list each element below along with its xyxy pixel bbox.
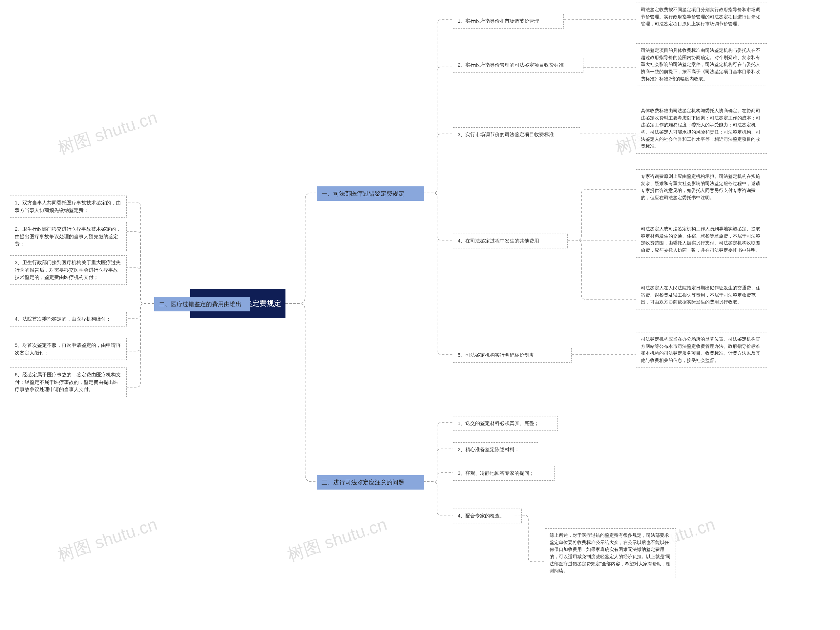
branch2-item-4[interactable]: 4、法院首次委托鉴定的，由医疗机构缴付； xyxy=(10,312,127,327)
label: 3、实行市场调节价的司法鉴定项目收费标准 xyxy=(458,131,554,137)
branch1-sub-3-detail[interactable]: 具体收费标准由司法鉴定机构与委托人协商确定。在协商司法鉴定收费时主要考虑以下因素… xyxy=(636,104,767,153)
text: 3、客观、冷静地回答专家的提问； xyxy=(458,470,534,476)
text: 5、对首次鉴定不服，再次申请鉴定的，由申请再次鉴定人缴付； xyxy=(15,342,121,355)
text: 4、配合专家的检查。 xyxy=(458,513,505,518)
text: 司法鉴定人在人民法院指定日期出庭作证发生的交通费、住宿费、误餐费及误工损失等费用… xyxy=(641,285,760,305)
watermark: 树图 shutu.cn xyxy=(284,513,390,567)
text: 1、送交的鉴定材料必须真实、完整； xyxy=(458,420,539,426)
branch2-item-5[interactable]: 5、对首次鉴定不服，再次申请鉴定的，由申请再次鉴定人缴付； xyxy=(10,338,127,360)
label: 4、在司法鉴定过程中发生的其他费用 xyxy=(458,238,539,243)
branch1-sub-5[interactable]: 5、司法鉴定机构实行明码标价制度 xyxy=(453,348,572,363)
branch3-item-4[interactable]: 4、配合专家的检查。 xyxy=(453,508,522,523)
label: 1、实行政府指导价和市场调节价管理 xyxy=(458,18,539,24)
text: 专家咨询费原则上应由鉴定机构承担。司法鉴定机构在实施复杂、疑难和有重大社会影响的… xyxy=(641,174,760,200)
branch1-sub-1[interactable]: 1、实行政府指导价和市场调节价管理 xyxy=(453,14,564,28)
label: 2、实行政府指导价管理的司法鉴定项目收费标准 xyxy=(458,62,564,68)
branch-1-title: 一、司法部医疗过错鉴定费规定 xyxy=(322,189,404,197)
text: 综上所述，对于医疗过错的鉴定费有很多规定，司法部要求鉴定单位要将收费标准公示给大… xyxy=(549,532,671,573)
branch1-sub-2[interactable]: 2、实行政府指导价管理的司法鉴定项目收费标准 xyxy=(453,58,583,73)
text: 司法鉴定收费按不同鉴定项目分别实行政府指导价和市场调节价管理。实行政府指导价管理… xyxy=(641,7,760,26)
branch1-sub-4-detail-b[interactable]: 司法鉴定人或司法鉴定机构工作人员到异地实施鉴定、提取鉴定材料发生的交通、住宿、就… xyxy=(636,222,767,257)
branch-3[interactable]: 三、进行司法鉴定应注意的问题 xyxy=(317,475,424,489)
text: 1、双方当事人共同委托医疗事故技术鉴定的，由双方当事人协商预先缴纳鉴定费； xyxy=(15,200,121,213)
text: 4、法院首次委托鉴定的，由医疗机构缴付； xyxy=(15,316,111,322)
watermark: 树图 shutu.cn xyxy=(55,106,160,160)
text: 具体收费标准由司法鉴定机构与委托人协商确定。在协商司法鉴定收费时主要考虑以下因素… xyxy=(641,108,760,148)
text: 司法鉴定项目的具体收费标准由司法鉴定机构与委托人在不超过政府指导价的范围内协商确… xyxy=(641,47,760,81)
branch1-sub-3[interactable]: 3、实行市场调节价的司法鉴定项目收费标准 xyxy=(453,127,580,142)
branch2-item-1[interactable]: 1、双方当事人共同委托医疗事故技术鉴定的，由双方当事人协商预先缴纳鉴定费； xyxy=(10,196,127,218)
branch1-sub-4[interactable]: 4、在司法鉴定过程中发生的其他费用 xyxy=(453,234,568,248)
branch1-sub-4-detail-c[interactable]: 司法鉴定人在人民法院指定日期出庭作证发生的交通费、住宿费、误餐费及误工损失等费用… xyxy=(636,281,767,309)
branch-2-title: 二、医疗过错鉴定的费用由谁出 xyxy=(159,300,242,308)
branch3-item-3[interactable]: 3、客观、冷静地回答专家的提问； xyxy=(453,466,554,481)
branch-3-title: 三、进行司法鉴定应注意的问题 xyxy=(322,478,404,486)
text: 司法鉴定机构应当在办公场所的显著位置、司法鉴定机构官方网站等公布本市司法鉴定收费… xyxy=(641,336,760,363)
branch2-item-2[interactable]: 2、卫生行政部门移交进行医疗事故技术鉴定的，由提出医疗事故争议处理的当事人预先缴… xyxy=(10,222,127,251)
mindmap-canvas: 树图 shutu.cn 树图 shutu.cn 树图 shutu.cn 树图 s… xyxy=(0,0,840,630)
text: 2、精心准备鉴定陈述材料； xyxy=(458,447,519,452)
text: 6、经鉴定属于医疗事故的，鉴定费由医疗机构支付；经鉴定不属于医疗事故的，鉴定费由… xyxy=(15,372,121,392)
branch3-item-2[interactable]: 2、精心准备鉴定陈述材料； xyxy=(453,442,538,457)
branch1-sub-4-detail-a[interactable]: 专家咨询费原则上应由鉴定机构承担。司法鉴定机构在实施复杂、疑难和有重大社会影响的… xyxy=(636,169,767,205)
branch-1[interactable]: 一、司法部医疗过错鉴定费规定 xyxy=(317,186,424,201)
branch1-sub-1-detail[interactable]: 司法鉴定收费按不同鉴定项目分别实行政府指导价和市场调节价管理。实行政府指导价管理… xyxy=(636,3,767,31)
text: 司法鉴定人或司法鉴定机构工作人员到异地实施鉴定、提取鉴定材料发生的交通、住宿、就… xyxy=(641,226,760,253)
text: 2、卫生行政部门移交进行医疗事故技术鉴定的，由提出医疗事故争议处理的当事人预先缴… xyxy=(15,226,121,246)
branch2-item-6[interactable]: 6、经鉴定属于医疗事故的，鉴定费由医疗机构支付；经鉴定不属于医疗事故的，鉴定费由… xyxy=(10,368,127,397)
branch2-item-3[interactable]: 3、卫生行政部门接到医疗机构关于重大医疗过失行为的报告后，对需要移交医学会进行医… xyxy=(10,255,127,285)
watermark: 树图 shutu.cn xyxy=(55,513,160,567)
branch1-sub-2-detail[interactable]: 司法鉴定项目的具体收费标准由司法鉴定机构与委托人在不超过政府指导价的范围内协商确… xyxy=(636,43,767,86)
branch3-item-1[interactable]: 1、送交的鉴定材料必须真实、完整； xyxy=(453,416,558,431)
branch1-sub-5-detail[interactable]: 司法鉴定机构应当在办公场所的显著位置、司法鉴定机构官方网站等公布本市司法鉴定收费… xyxy=(636,332,767,368)
branch-2[interactable]: 二、医疗过错鉴定的费用由谁出 xyxy=(154,297,250,311)
branch3-tail[interactable]: 综上所述，对于医疗过错的鉴定费有很多规定，司法部要求鉴定单位要将收费标准公示给大… xyxy=(545,528,676,578)
text: 3、卫生行政部门接到医疗机构关于重大医疗过失行为的报告后，对需要移交医学会进行医… xyxy=(15,259,121,280)
label: 5、司法鉴定机构实行明码标价制度 xyxy=(458,352,534,358)
